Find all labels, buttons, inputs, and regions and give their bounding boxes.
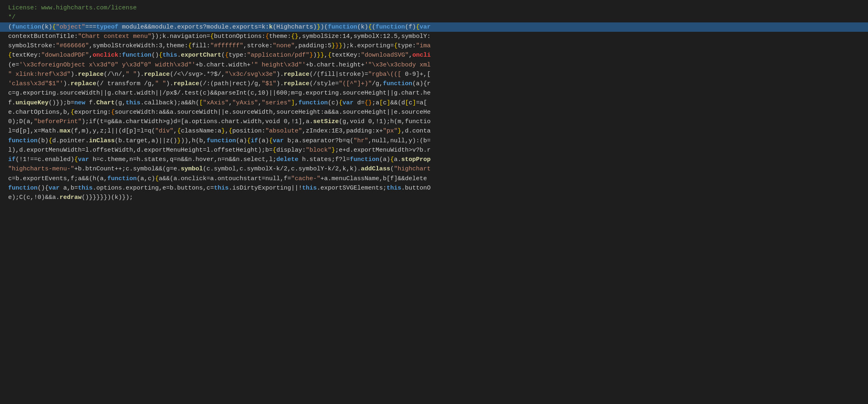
code-line-19: c=b.exportEvents,f;a&&(h(a,function(a,c)… [0, 174, 868, 183]
code-line-21: e);C(c,!0)&&a.redraw()}}}}})(k)}); [0, 193, 868, 202]
code-line-15: function(b){d.pointer.inClass(b.target,a… [0, 136, 868, 146]
code-line-8: " xlink:href\x3d").replace(/\n/," ").rep… [0, 70, 868, 79]
code-line-1: License: www.highcharts.com/license [0, 3, 868, 13]
code-line-17: if(!1!==c.enabled){var h=c.theme,n=h.sta… [0, 155, 868, 164]
code-line-12: e.chartOptions,b,{exporting:{sourceWidth… [0, 108, 868, 117]
code-line-14: l=d[p],x=Math.max(f,m),y,z;l||(d[p]=l=q(… [0, 126, 868, 136]
code-line-18: "highcharts-menu-"+b.btnCount++;c.symbol… [0, 164, 868, 174]
code-line-9: 'class\x3d"$1"').replace(/ transform /g,… [0, 79, 868, 88]
code-line-20: function(){var a,b=this.options.exportin… [0, 183, 868, 193]
code-line-7: (e='\x3cforeignObject x\x3d"0" y\x3d"0" … [0, 60, 868, 70]
code-line-2: */ [0, 13, 868, 22]
code-line-6: {textKey:"downloadPDF",onclick:function(… [0, 51, 868, 60]
code-line-16: l),d.exportMenuWidth=l.offsetWidth,d.exp… [0, 146, 868, 155]
code-line-11: f.uniqueKey()});b=new f.Chart(g,this.cal… [0, 98, 868, 108]
code-editor: License: www.highcharts.com/license */ (… [0, 0, 868, 404]
code-line-10: c=g.exporting.sourceWidth||g.chart.width… [0, 88, 868, 98]
code-line-13: 0);D(a,"beforePrint");if(t=g&&a.chartWid… [0, 117, 868, 126]
code-line-4: contextButtonTitle:"Chart context menu"}… [0, 32, 868, 41]
code-line-3: (function(k){"object"===typeof module&&m… [0, 22, 868, 32]
code-line-5: symbolStroke:"#666666",symbolStrokeWidth… [0, 41, 868, 51]
